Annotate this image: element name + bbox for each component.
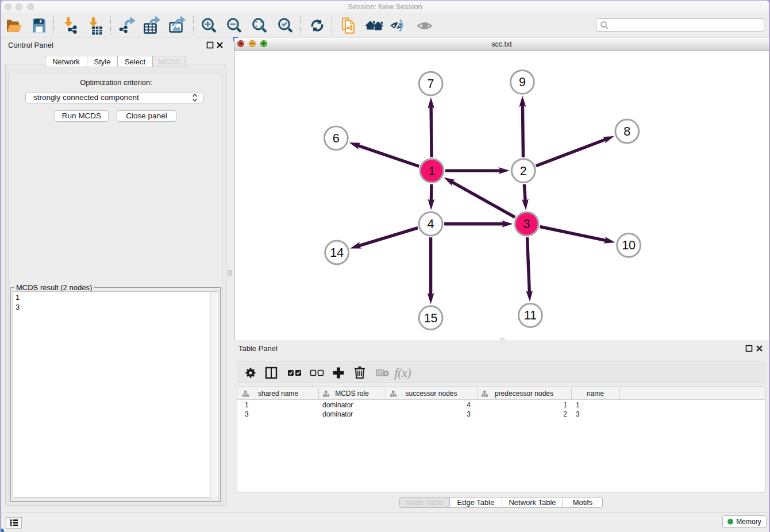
svg-text:6: 6: [333, 132, 340, 145]
svg-text:1: 1: [428, 164, 435, 178]
svg-text:11: 11: [524, 309, 537, 322]
svg-text:10: 10: [622, 238, 636, 252]
svg-text:3: 3: [523, 217, 530, 231]
svg-text:4: 4: [428, 217, 434, 231]
svg-text:15: 15: [424, 311, 438, 325]
svg-text:14: 14: [330, 246, 344, 260]
svg-text:f(x): f(x): [394, 366, 411, 380]
svg-text:9: 9: [519, 75, 526, 89]
svg-text:7: 7: [428, 77, 434, 91]
svg-text:2: 2: [520, 164, 527, 178]
svg-text:8: 8: [623, 125, 630, 138]
